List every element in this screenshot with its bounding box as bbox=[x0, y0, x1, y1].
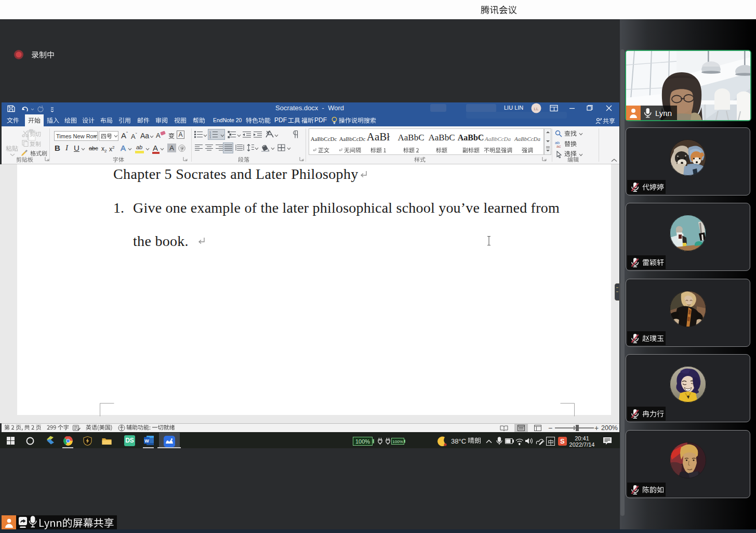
svg-text:3: 3 bbox=[209, 136, 211, 138]
svg-text:100%: 100% bbox=[355, 438, 370, 445]
svg-text:W: W bbox=[144, 438, 149, 444]
svg-text:LL: LL bbox=[534, 107, 539, 111]
svg-text:100%: 100% bbox=[392, 439, 403, 444]
svg-text:ac: ac bbox=[556, 144, 561, 148]
